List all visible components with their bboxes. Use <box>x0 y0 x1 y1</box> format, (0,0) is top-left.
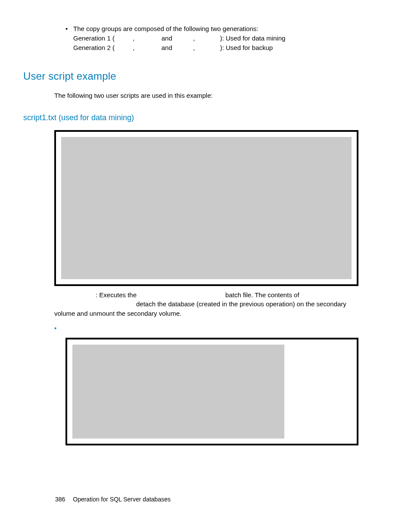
bullet-item: • The copy groups are composed of the fo… <box>65 24 358 34</box>
after-line1-a: : Executes the <box>96 290 137 300</box>
bullet-list: • The copy groups are composed of the fo… <box>65 24 358 53</box>
gen2-suffix: ): Used for backup <box>220 44 273 51</box>
code-block-content-2 <box>72 345 284 439</box>
after-box-paragraph: : Executes the batch file. The contents … <box>54 290 358 318</box>
comma: , <box>193 34 195 42</box>
page-number: 386 <box>55 496 65 503</box>
code-block-frame-1 <box>54 130 358 286</box>
gen2-prefix: Generation 2 ( <box>73 44 115 51</box>
code-block-frame-2 <box>65 338 358 445</box>
page-footer: 386 Operation for SQL Server databases <box>55 496 171 503</box>
bullet-intro-text: The copy groups are composed of the foll… <box>73 24 258 34</box>
bullet-dot-icon: • <box>65 24 73 34</box>
comma: , <box>193 44 195 51</box>
after-line1-b: batch file. The contents of <box>225 290 299 300</box>
gen1-prefix: Generation 1 ( <box>73 34 115 42</box>
gen1-suffix: ): Used for data mining <box>220 34 286 42</box>
chapter-name: Operation for SQL Server databases <box>73 496 171 503</box>
page-container: • The copy groups are composed of the fo… <box>0 0 411 532</box>
intro-paragraph: The following two user scripts are used … <box>54 91 358 100</box>
code-block-content-1 <box>61 137 352 279</box>
comma: , <box>133 44 134 51</box>
and-word: and <box>162 44 172 51</box>
after-line2: detach the database (created in the prev… <box>54 300 346 317</box>
generation-2-line: Generation 2 ( , and , ): Used for backu… <box>73 43 358 53</box>
and-word: and <box>162 34 172 42</box>
heading-user-script-example: User script example <box>23 70 358 82</box>
comma: , <box>133 34 134 42</box>
heading-script1: script1.txt (used for data mining) <box>23 113 358 122</box>
blue-bullet-icon: • <box>54 324 358 332</box>
generation-1-line: Generation 1 ( , and , ): Used for data … <box>73 34 358 44</box>
